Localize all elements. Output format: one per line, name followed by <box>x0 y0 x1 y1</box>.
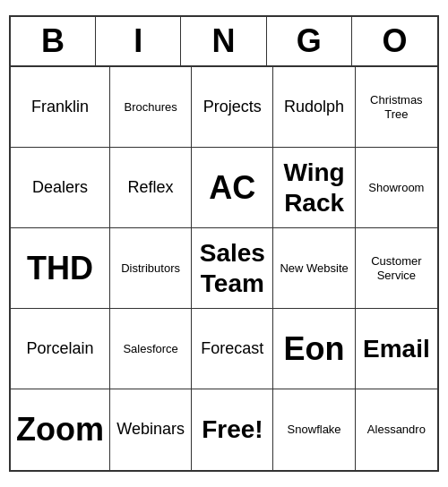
header-letter: O <box>352 17 437 65</box>
bingo-cell: Distributors <box>110 228 192 309</box>
header-letter: N <box>181 17 266 65</box>
bingo-cell: Brochures <box>110 67 192 148</box>
bingo-cell: Wing Rack <box>273 148 355 228</box>
bingo-cell: Customer Service <box>356 228 437 309</box>
cell-text: Zoom <box>16 410 104 449</box>
cell-text: New Website <box>280 261 348 276</box>
bingo-cell: Forecast <box>192 309 273 389</box>
cell-text: Wing Rack <box>279 158 349 218</box>
bingo-cell: New Website <box>273 228 355 309</box>
cell-text: Email <box>363 334 430 364</box>
header-letter: B <box>11 17 96 65</box>
bingo-cell: Projects <box>192 67 273 148</box>
cell-text: Snowflake <box>288 423 341 437</box>
cell-text: AC <box>209 168 255 207</box>
header-letter: I <box>96 17 181 65</box>
bingo-cell: Free! <box>192 389 273 470</box>
cell-text: Customer Service <box>361 254 432 282</box>
cell-text: Rudolph <box>284 98 344 117</box>
bingo-cell: Salesforce <box>110 309 192 389</box>
bingo-cell: Franklin <box>11 67 110 148</box>
header-letter: G <box>267 17 352 65</box>
cell-text: Brochures <box>124 100 177 115</box>
cell-text: Salesforce <box>123 342 177 356</box>
cell-text: Forecast <box>201 339 263 359</box>
bingo-cell: Zoom <box>11 389 110 470</box>
cell-text: THD <box>27 249 93 287</box>
bingo-cell: Dealers <box>11 148 110 228</box>
bingo-cell: Christmas Tree <box>356 67 437 148</box>
cell-text: Dealers <box>32 178 88 198</box>
cell-text: Porcelain <box>26 339 93 359</box>
bingo-cell: THD <box>11 228 110 309</box>
bingo-cell: Email <box>356 309 437 389</box>
cell-text: Free! <box>202 414 263 445</box>
bingo-cell: Sales Team <box>192 228 273 309</box>
cell-text: Distributors <box>121 261 180 276</box>
cell-text: Webinars <box>116 420 185 440</box>
cell-text: Alessandro <box>367 423 426 437</box>
bingo-header: BINGO <box>11 17 437 67</box>
bingo-grid: FranklinBrochuresProjectsRudolphChristma… <box>11 67 437 470</box>
bingo-cell: Porcelain <box>11 309 110 389</box>
cell-text: Eon <box>284 329 345 368</box>
cell-text: Christmas Tree <box>361 93 432 121</box>
bingo-cell: Showroom <box>356 148 437 228</box>
cell-text: Showroom <box>368 181 424 195</box>
bingo-cell: Eon <box>273 309 355 389</box>
bingo-cell: Snowflake <box>273 389 355 470</box>
bingo-cell: Reflex <box>110 148 192 228</box>
bingo-card: BINGO FranklinBrochuresProjectsRudolphCh… <box>9 15 439 472</box>
cell-text: Projects <box>203 98 262 117</box>
cell-text: Sales Team <box>197 238 267 298</box>
cell-text: Franklin <box>31 98 89 117</box>
bingo-cell: AC <box>192 148 273 228</box>
cell-text: Reflex <box>128 178 174 198</box>
bingo-cell: Webinars <box>110 389 192 470</box>
bingo-cell: Alessandro <box>356 389 437 470</box>
bingo-cell: Rudolph <box>273 67 355 148</box>
